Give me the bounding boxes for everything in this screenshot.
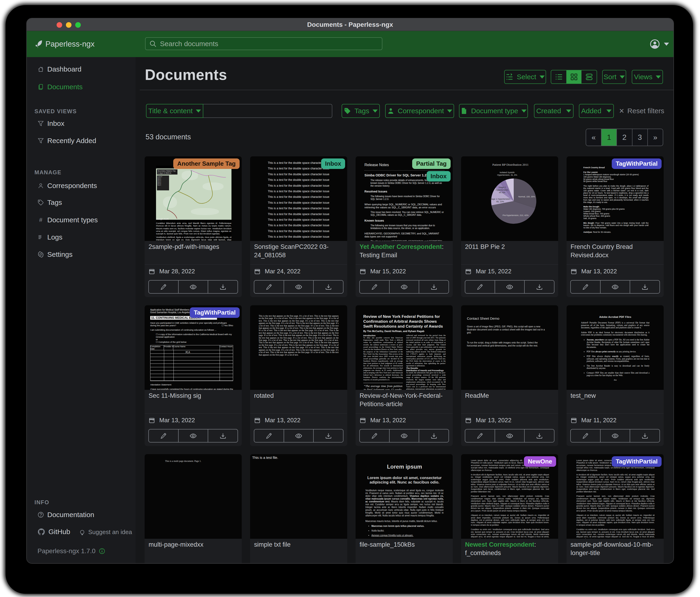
svg-text:Patient BP Distribution 2011: Patient BP Distribution 2011 bbox=[492, 163, 528, 166]
svg-text:Hypertension,: Hypertension, bbox=[496, 189, 508, 191]
svg-text:44, 5%: 44, 5% bbox=[499, 191, 505, 194]
svg-text:Stage 2: Stage 2 bbox=[498, 186, 505, 189]
svg-text:Isolated Systolic: Isolated Systolic bbox=[500, 171, 515, 174]
svg-text:Normal, 150, 30%: Normal, 150, 30% bbox=[518, 195, 535, 198]
svg-text:Stage 1 Hypertension,: Stage 1 Hypertension, bbox=[490, 198, 510, 200]
svg-text:#: # bbox=[39, 217, 42, 223]
svg-text:Hypertension, 31, 6%: Hypertension, 31, 6% bbox=[497, 174, 517, 176]
svg-text:Pre-hypertension, 212, 42%: Pre-hypertension, 212, 42% bbox=[502, 214, 529, 216]
svg-text:65, 13%: 65, 13% bbox=[496, 200, 504, 203]
